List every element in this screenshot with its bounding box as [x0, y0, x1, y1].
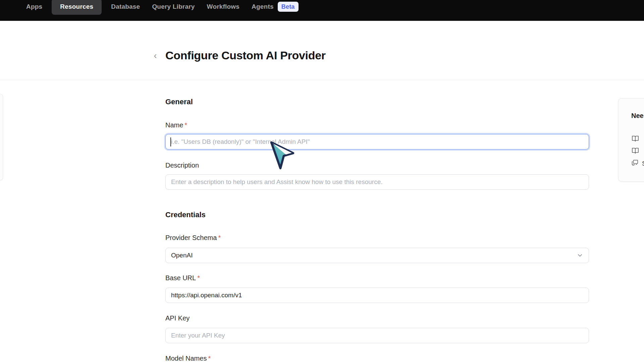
left-card-edge [0, 94, 3, 180]
nav-tab-query-library[interactable]: Query Library [146, 0, 201, 15]
provider-schema-value: OpenAI [171, 252, 193, 259]
nav-tab-workflows[interactable]: Workflows [201, 0, 246, 15]
required-asterisk: * [208, 355, 211, 362]
header-divider [0, 80, 644, 80]
top-navbar: Apps Resources Database Query Library Wo… [0, 0, 644, 21]
api-key-input[interactable] [165, 328, 589, 343]
base-url-label: Base URL* [165, 274, 200, 282]
help-panel-card: Nee [618, 98, 644, 182]
nav-tab-label: Database [111, 3, 140, 10]
chevron-left-icon: ‹ [154, 51, 157, 61]
help-link-label: S [642, 160, 644, 167]
required-asterisk: * [184, 121, 187, 129]
description-input[interactable] [165, 174, 589, 190]
book-icon [631, 134, 639, 144]
name-label: Name* [165, 121, 187, 129]
required-asterisk: * [218, 234, 221, 241]
base-url-input[interactable] [165, 288, 589, 303]
help-panel-heading: Nee [631, 112, 644, 120]
chat-icon [631, 159, 639, 168]
name-input[interactable] [165, 134, 589, 149]
back-button[interactable]: ‹ [150, 50, 160, 62]
description-label: Description [165, 162, 199, 169]
text-caret [170, 137, 171, 146]
nav-tab-resources[interactable]: Resources [52, 0, 102, 15]
nav-tab-row: Apps Resources Database Query Library Wo… [20, 0, 305, 15]
help-link-guide[interactable] [631, 146, 643, 156]
help-link-support[interactable]: S [631, 159, 644, 168]
help-link-docs[interactable] [631, 134, 643, 144]
beta-badge: Beta [278, 2, 299, 12]
nav-tab-database[interactable]: Database [105, 0, 146, 15]
app-window: Apps Resources Database Query Library Wo… [0, 0, 644, 362]
section-heading-credentials: Credentials [165, 210, 206, 219]
nav-tab-label: Workflows [207, 3, 240, 10]
provider-schema-label: Provider Schema* [165, 234, 221, 242]
nav-tab-label: Apps [26, 3, 42, 10]
section-heading-general: General [165, 98, 193, 106]
nav-tab-label: Resources [60, 3, 93, 10]
api-key-label: API Key [165, 314, 190, 322]
required-asterisk: * [197, 274, 200, 282]
book-icon [631, 146, 639, 156]
nav-tab-label: Agents [252, 3, 274, 10]
nav-tab-label: Query Library [152, 3, 195, 10]
page-title: Configure Custom AI Provider [165, 49, 326, 62]
nav-tab-apps[interactable]: Apps [20, 0, 48, 15]
provider-schema-select[interactable]: OpenAI [165, 248, 589, 263]
chevron-down-icon [577, 252, 583, 259]
model-names-label: Model Names* [165, 355, 211, 362]
nav-tab-agents[interactable]: Agents Beta [246, 0, 304, 15]
